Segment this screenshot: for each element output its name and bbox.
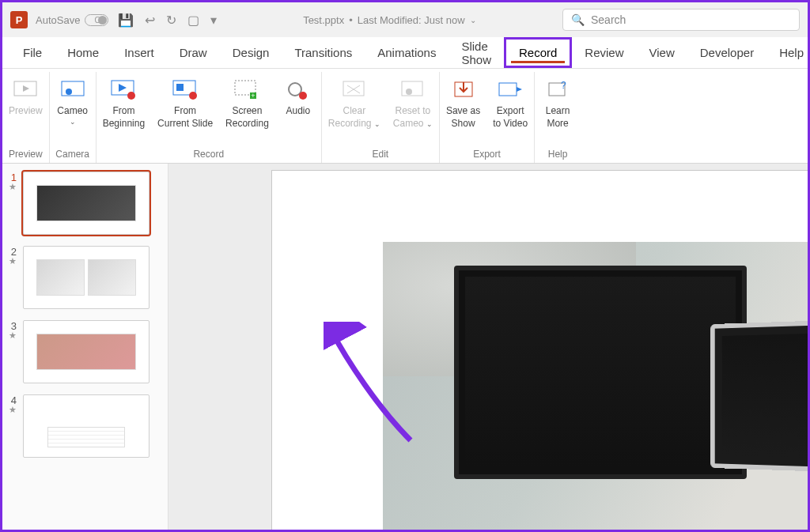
group-label-export: Export [440,147,534,163]
clear-recording-button: Clear Recording ⌄ [322,72,387,147]
slide-canvas-area[interactable] [168,164,808,530]
cameo-button[interactable]: Cameo ⌄ [50,72,96,147]
slide-canvas[interactable] [271,170,808,530]
tab-insert[interactable]: Insert [112,40,167,66]
tab-developer[interactable]: Developer [687,40,766,66]
screen-recording-icon: + [233,77,260,104]
screen-recording-button[interactable]: + Screen Recording [219,72,275,147]
svg-point-14 [299,92,307,100]
reset-to-cameo-button: Reset to Cameo ⌄ [387,72,439,147]
search-input[interactable]: 🔍 Search [562,9,800,31]
app-icon: P [10,11,28,28]
save-icon[interactable]: 💾 [118,13,134,28]
group-label-camera: Camera [50,147,96,163]
tab-help[interactable]: Help [766,40,810,66]
slide-thumbnail-1[interactable]: 1★ [7,172,163,235]
audio-button[interactable]: Audio [275,72,321,147]
preview-button: Preview [2,72,49,147]
present-icon[interactable]: ▢ [187,13,199,28]
chevron-down-icon: ⌄ [70,118,76,126]
svg-marker-23 [517,87,522,92]
slide-thumbnail-4[interactable]: 4★ [7,394,163,458]
tab-animations[interactable]: Animations [365,40,449,66]
thumbnail-image[interactable] [23,394,150,458]
export-to-video-button[interactable]: Export to Video [486,72,534,147]
thumbnail-image[interactable] [23,172,150,235]
svg-point-13 [289,83,301,96]
svg-rect-15 [343,81,364,96]
quick-access-toolbar: 💾 ↩ ↻ ▢ ▾ [118,13,217,28]
group-preview: Preview Preview [2,72,50,163]
tab-home[interactable]: Home [55,40,112,66]
reset-cameo-icon [399,77,426,104]
filename: Test.pptx [303,14,344,26]
tab-draw[interactable]: Draw [167,40,220,66]
svg-rect-2 [62,81,84,96]
slide-image [383,242,808,530]
tab-file[interactable]: File [10,40,55,66]
toggle-switch-icon[interactable] [85,14,108,26]
chevron-down-icon[interactable]: ⌄ [470,16,476,25]
search-placeholder: Search [591,13,626,26]
svg-rect-18 [402,81,422,96]
svg-point-9 [189,92,197,100]
svg-marker-1 [23,85,29,92]
ribbon: Preview Preview Cameo ⌄ Camera From Begi [2,69,808,164]
thumbnail-image[interactable] [23,320,150,383]
tab-view[interactable]: View [637,40,687,66]
group-label-preview: Preview [2,147,49,163]
cameo-icon [59,77,86,104]
group-edit: Clear Recording ⌄ Reset to Cameo ⌄ Edit [322,72,440,163]
svg-marker-5 [119,84,127,92]
learn-more-icon: ? [544,77,571,104]
tab-design[interactable]: Design [220,40,282,66]
from-current-slide-button[interactable]: From Current Slide [151,72,219,147]
group-label-record: Record [97,147,321,163]
slides-panel[interactable]: 1★ 2★ 3★ 4★ [2,164,168,530]
learn-more-button[interactable]: ? Learn More [535,72,581,147]
group-export: Save as Show Export to Video Export [440,72,535,163]
svg-text:+: + [252,92,255,100]
from-beginning-button[interactable]: From Beginning [97,72,151,147]
workspace: 1★ 2★ 3★ 4★ [2,164,808,530]
ribbon-tabs: File Home Insert Draw Design Transitions… [2,37,808,69]
save-as-show-button[interactable]: Save as Show [440,72,486,147]
svg-text:?: ? [561,81,566,91]
group-label-edit: Edit [322,147,439,163]
audio-icon [285,77,312,104]
modified-label: Last Modified: Just now [358,14,465,26]
tab-review[interactable]: Review [572,40,636,66]
group-camera: Cameo ⌄ Camera [50,72,97,163]
svg-point-19 [406,89,412,95]
tab-slideshow[interactable]: Slide Show [449,33,504,73]
overflow-icon[interactable]: ▾ [210,13,217,28]
undo-icon[interactable]: ↩ [145,13,155,28]
tab-transitions[interactable]: Transitions [282,40,365,66]
from-current-icon [172,77,199,104]
autosave-toggle[interactable]: AutoSave On [36,14,105,26]
search-icon: 🔍 [571,13,585,26]
document-title[interactable]: Test.pptx • Last Modified: Just now ⌄ [303,14,475,26]
title-bar: P AutoSave On 💾 ↩ ↻ ▢ ▾ Test.pptx • Last… [2,2,808,37]
svg-point-6 [127,92,135,100]
autosave-label: AutoSave [36,14,80,26]
svg-rect-8 [176,84,184,91]
slide-thumbnail-3[interactable]: 3★ [7,320,163,383]
group-label-help: Help [535,147,581,163]
thumbnail-image[interactable] [23,246,150,309]
group-record: From Beginning From Current Slide + Scre… [97,72,322,163]
slide-thumbnail-2[interactable]: 2★ [7,246,163,309]
preview-icon [12,77,39,104]
from-beginning-icon [110,77,137,104]
svg-point-3 [66,89,72,95]
tab-record[interactable]: Record [504,37,572,68]
redo-icon[interactable]: ↻ [166,13,176,28]
group-help: ? Learn More Help [535,72,581,163]
export-video-icon [497,77,524,104]
svg-rect-22 [499,83,517,96]
clear-recording-icon [341,77,368,104]
save-as-show-icon [450,77,477,104]
